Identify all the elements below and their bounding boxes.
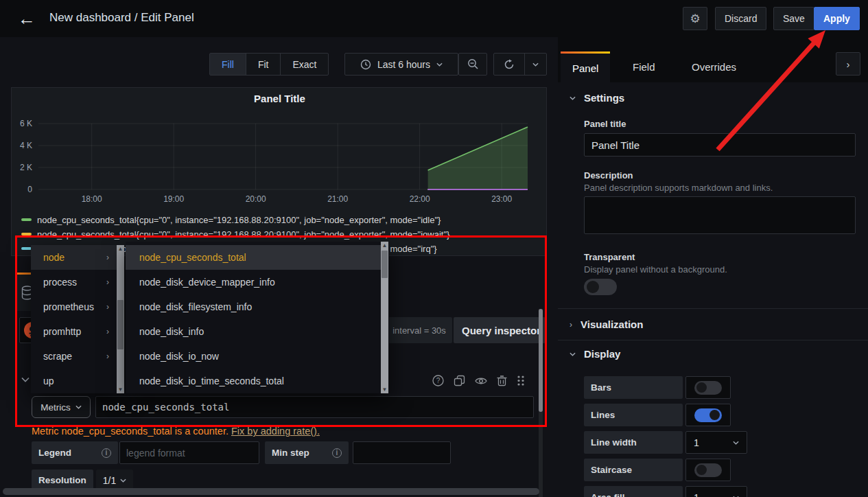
visualization-section-header[interactable]: › Visualization bbox=[570, 319, 643, 330]
legend-label: node_cpu_seconds_total{cpu="0", instance… bbox=[37, 229, 449, 240]
disable-query-eye-icon[interactable] bbox=[475, 376, 487, 386]
refresh-interval-dropdown[interactable] bbox=[525, 54, 546, 75]
tab-panel[interactable]: Panel bbox=[561, 51, 610, 82]
query-row-actions: ? bbox=[432, 375, 525, 386]
lines-label: Lines bbox=[584, 404, 683, 426]
menu-item-metric[interactable]: node_disk_info bbox=[126, 319, 381, 344]
apply-button[interactable]: Apply bbox=[814, 7, 860, 30]
scroll-down-icon[interactable]: ▼ bbox=[117, 386, 124, 393]
menu-item-metric[interactable]: node_disk_filesystem_info bbox=[126, 294, 381, 319]
menu-item-metric[interactable]: node_cpu_seconds_total bbox=[126, 245, 381, 270]
query-collapse-chevron-icon[interactable] bbox=[21, 377, 30, 382]
scroll-up-icon[interactable]: ▲ bbox=[381, 242, 388, 249]
metric-menu-scrollbar[interactable]: ▲ ▼ bbox=[381, 242, 388, 393]
fit-mode-button[interactable]: Fit bbox=[246, 54, 281, 75]
duplicate-query-icon[interactable] bbox=[454, 375, 465, 386]
legend-format-label: Legend i bbox=[32, 441, 118, 464]
transparent-toggle[interactable] bbox=[584, 279, 617, 295]
category-menu-scrollbar[interactable]: ▲ ▼ bbox=[117, 245, 124, 393]
delete-query-trash-icon[interactable] bbox=[497, 375, 507, 386]
line-width-label: Line width bbox=[584, 431, 683, 454]
top-bar: ← New dashboard / Edit Panel ⚙ Discard S… bbox=[0, 0, 868, 37]
vertical-scrollbar-thumb[interactable] bbox=[539, 309, 543, 412]
menu-item-metric[interactable]: node_disk_io_time_seconds_total bbox=[126, 369, 381, 393]
horizontal-scrollbar[interactable] bbox=[3, 488, 539, 495]
menu-item-metric[interactable]: node_disk_device_mapper_info bbox=[126, 270, 381, 294]
panel-title-input[interactable]: Panel Title bbox=[584, 133, 856, 157]
metrics-dropdown-button[interactable]: Metrics bbox=[32, 396, 91, 418]
query-inspector-button[interactable]: Query inspector bbox=[454, 317, 546, 343]
area-fill-select[interactable]: 1 bbox=[685, 486, 747, 497]
zoom-out-button[interactable] bbox=[458, 53, 487, 76]
min-step-input[interactable] bbox=[353, 441, 451, 464]
options-sidebar: Panel Field Overrides › Settings Panel t… bbox=[558, 37, 868, 497]
description-help-text: Panel description supports markdown and … bbox=[584, 183, 773, 193]
time-range-picker[interactable]: Last 6 hours bbox=[344, 53, 458, 76]
transparent-label: Transparent bbox=[584, 252, 635, 262]
discard-button[interactable]: Discard bbox=[715, 7, 766, 30]
legend-format-input[interactable]: legend format bbox=[119, 441, 259, 464]
menu-item-scrape[interactable]: scrape› bbox=[31, 344, 117, 369]
scroll-up-icon[interactable]: ▲ bbox=[117, 245, 124, 253]
dashboard-settings-button[interactable]: ⚙ bbox=[683, 7, 707, 30]
bars-label: Bars bbox=[584, 376, 683, 399]
legend-item[interactable]: node_cpu_seconds_total{cpu="0", instance… bbox=[21, 213, 441, 226]
scroll-down-icon[interactable]: ▼ bbox=[381, 386, 388, 393]
min-step-label: Min step i bbox=[265, 441, 349, 464]
line-width-select[interactable]: 1 bbox=[685, 431, 747, 454]
back-arrow-icon[interactable]: ← bbox=[18, 8, 36, 30]
zoom-out-icon bbox=[467, 58, 479, 70]
chevron-down-icon bbox=[436, 62, 443, 67]
legend-item[interactable]: node_cpu_seconds_total{cpu="0", instance… bbox=[21, 228, 449, 240]
menu-item-process[interactable]: process› bbox=[31, 270, 117, 294]
menu-item-promhttp[interactable]: promhttp› bbox=[31, 319, 117, 344]
counter-warning: Metric node_cpu_seconds_total is a count… bbox=[32, 426, 320, 437]
staircase-toggle[interactable] bbox=[685, 459, 731, 481]
time-series-chart[interactable]: 02 K4 K6 K18:0019:0020:0021:0022:0023:00 bbox=[12, 88, 546, 211]
submenu-chevron-icon: › bbox=[106, 351, 109, 361]
time-range-label: Last 6 hours bbox=[377, 59, 430, 70]
promql-query-input[interactable]: node_cpu_seconds_total bbox=[95, 396, 534, 418]
help-icon[interactable]: ? bbox=[432, 375, 444, 386]
menu-item-prometheus[interactable]: prometheus› bbox=[31, 294, 117, 319]
chevron-down-icon bbox=[75, 405, 82, 409]
chevron-down-icon bbox=[570, 352, 576, 356]
exact-mode-button[interactable]: Exact bbox=[281, 54, 328, 75]
staircase-label: Staircase bbox=[584, 459, 683, 481]
divider bbox=[558, 308, 868, 309]
chevron-down-icon bbox=[120, 478, 126, 483]
drag-handle-icon[interactable] bbox=[517, 375, 525, 386]
svg-text:0: 0 bbox=[27, 185, 32, 194]
fix-by-adding-rate-link[interactable]: Fix by adding rate(). bbox=[231, 426, 320, 437]
submenu-chevron-icon: › bbox=[106, 277, 109, 287]
description-textarea[interactable] bbox=[584, 196, 856, 234]
menu-item-metric[interactable]: node_disk_io_now bbox=[126, 344, 381, 369]
save-button[interactable]: Save bbox=[773, 7, 814, 30]
scrollbar-thumb[interactable] bbox=[382, 251, 388, 278]
display-section-header[interactable]: Display bbox=[570, 348, 620, 360]
refresh-button[interactable] bbox=[494, 54, 525, 75]
series-color-swatch bbox=[21, 233, 32, 235]
submenu-chevron-icon: › bbox=[106, 327, 109, 336]
refresh-button-group bbox=[493, 53, 547, 76]
fill-mode-button[interactable]: Fill bbox=[210, 54, 246, 75]
breadcrumb: New dashboard / Edit Panel bbox=[49, 11, 194, 25]
tab-field[interactable]: Field bbox=[621, 51, 667, 82]
chevron-down-icon bbox=[733, 441, 739, 445]
settings-section-header[interactable]: Settings bbox=[570, 92, 624, 104]
legend-label: node_cpu_seconds_total{cpu="0", instance… bbox=[37, 215, 441, 225]
chevron-down-icon bbox=[570, 96, 576, 100]
scrollbar-thumb[interactable] bbox=[117, 300, 124, 349]
info-icon[interactable]: i bbox=[332, 448, 342, 458]
info-icon[interactable]: i bbox=[102, 448, 111, 458]
menu-item-up[interactable]: up bbox=[31, 369, 117, 393]
bars-toggle[interactable] bbox=[685, 376, 731, 399]
chevron-right-icon: › bbox=[847, 58, 850, 70]
menu-item-node[interactable]: node› bbox=[31, 245, 117, 270]
svg-text:23:00: 23:00 bbox=[491, 194, 512, 204]
svg-text:6 K: 6 K bbox=[20, 119, 32, 128]
tab-overrides[interactable]: Overrides bbox=[680, 51, 748, 82]
lines-toggle[interactable] bbox=[685, 404, 731, 426]
series-color-swatch bbox=[21, 218, 32, 221]
collapse-sidebar-button[interactable]: › bbox=[836, 52, 860, 76]
